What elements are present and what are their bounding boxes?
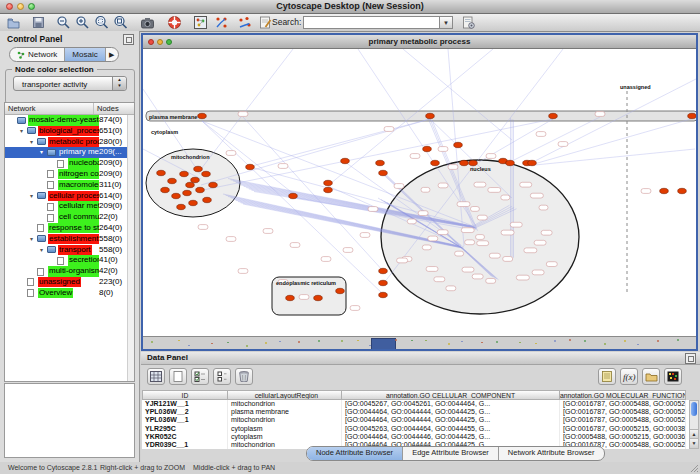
table-column-header[interactable]: ID [142,390,228,400]
network-node[interactable] [472,274,483,279]
network-node[interactable] [263,229,273,234]
network-node[interactable] [422,245,431,250]
tree-row[interactable]: ▾primary metabo209(... [5,147,128,158]
network-node[interactable] [539,205,548,210]
network-node-selected[interactable] [324,180,333,185]
float-panel-icon[interactable] [685,353,696,364]
delete-attribute-trash-icon[interactable] [235,368,253,385]
tab-network-attribute-browser[interactable]: Network Attribute Browser [498,447,604,460]
network-node[interactable] [476,235,485,240]
more-tabs-arrow[interactable]: ▶ [105,48,118,61]
tab-edge-attribute-browser[interactable]: Edge Attribute Browser [402,447,498,460]
tree-row[interactable]: nitrogen compo209(0) [5,169,128,180]
network-node[interactable] [488,188,501,193]
network-node[interactable] [474,182,486,187]
tree-row[interactable]: cell communicat22(0) [5,212,128,223]
network-node[interactable] [461,228,474,233]
network-node[interactable] [278,164,288,169]
network-node-selected[interactable] [469,160,478,165]
tree-row[interactable]: cellular metabo209(0) [5,201,128,212]
network-node[interactable] [299,295,309,300]
layout-network-a-icon[interactable] [214,15,229,30]
canvas-navigator-strip[interactable] [143,336,696,349]
network-node[interactable] [437,230,448,235]
zoom-window-button[interactable] [28,3,35,10]
network-node[interactable] [530,193,543,198]
network-node-selected[interactable] [454,142,463,147]
network-node[interactable] [558,142,568,147]
network-node[interactable] [501,195,510,200]
network-node-selected[interactable] [431,160,440,165]
frame-zoom-button[interactable] [166,39,172,45]
expand-triangle-icon[interactable]: ▾ [40,245,43,256]
network-node[interactable] [477,241,489,246]
zoom-out-icon[interactable] [56,15,71,30]
network-node-selected[interactable] [423,146,432,151]
network-node-selected[interactable] [180,171,189,176]
network-node-selected[interactable] [246,164,255,169]
birds-eye-overview-icon[interactable] [193,15,208,30]
network-node[interactable] [465,240,475,245]
minimize-button[interactable] [17,3,24,10]
scroll-down-icon[interactable]: ▼ [690,438,698,448]
network-node-selected[interactable] [203,197,212,202]
frame-close-button[interactable] [148,39,154,45]
network-node-selected[interactable] [324,187,333,192]
network-node[interactable] [321,257,331,262]
network-node[interactable] [198,225,208,230]
network-node[interactable] [448,165,458,170]
network-node[interactable] [595,112,605,117]
network-node[interactable] [501,230,514,235]
network-node-selected[interactable] [379,280,388,285]
float-panel-icon[interactable] [123,34,134,45]
network-node[interactable] [457,202,470,207]
network-node-selected[interactable] [314,295,323,300]
network-node[interactable] [534,240,546,245]
network-node-selected[interactable] [157,170,166,175]
tree-row[interactable]: mosaic-demo-yeast874(0) [5,115,128,126]
network-node[interactable] [541,230,552,235]
tree-row[interactable]: ▾biological_process651(0) [5,126,128,137]
close-button[interactable] [6,3,13,10]
new-attribute-icon[interactable] [169,368,187,385]
tree-row[interactable]: ▾transport558(0) [5,245,128,256]
attribute-editor-icon[interactable] [598,368,616,385]
network-node[interactable] [486,154,496,159]
network-node-selected[interactable] [660,188,669,193]
network-node[interactable] [421,187,430,192]
annotation-icon[interactable] [258,15,273,30]
network-node[interactable] [360,233,370,238]
function-builder-icon[interactable]: f(x) [620,368,638,385]
network-node[interactable] [426,267,438,272]
expand-triangle-icon[interactable]: ▾ [30,137,33,148]
network-node-selected[interactable] [189,200,198,205]
network-node[interactable] [516,275,529,280]
network-node-selected[interactable] [528,160,537,165]
network-node[interactable] [226,151,236,156]
network-node[interactable] [462,267,474,272]
network-node-selected[interactable] [191,177,200,182]
network-node[interactable] [428,236,438,241]
tree-row[interactable]: ▾metabolic process280(0) [5,137,128,148]
search-dropdown-button[interactable]: ▼ [439,16,453,29]
navigator-viewport[interactable] [371,338,396,349]
tree-row[interactable]: macromolecule311(0) [5,180,128,191]
attribute-grid-icon[interactable] [147,368,165,385]
birds-eye-view-panel[interactable] [4,383,135,458]
table-scrollbar[interactable]: ▲ ▼ [689,400,699,449]
network-node-selected[interactable] [336,288,345,293]
tree-row[interactable]: secretion41(0) [5,255,128,266]
network-node[interactable] [455,251,464,256]
network-node-selected[interactable] [379,268,388,273]
network-node[interactable] [350,306,360,311]
network-node-selected[interactable] [168,178,177,183]
network-node-selected[interactable] [506,160,515,165]
network-node[interactable] [438,147,448,152]
network-node[interactable] [503,257,513,262]
network-node[interactable] [384,127,394,132]
zoom-fit-icon[interactable] [113,15,128,30]
network-node-selected[interactable] [289,193,298,198]
expand-triangle-icon[interactable]: ▾ [40,147,43,158]
network-node-selected[interactable] [198,113,207,118]
network-node-selected[interactable] [183,190,192,195]
